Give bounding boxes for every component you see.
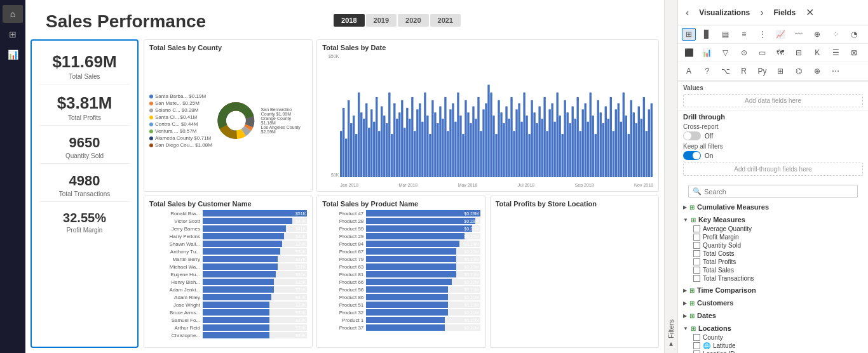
viz-icon-custom5[interactable]: ⊕	[810, 65, 824, 77]
svg-rect-96	[554, 122, 556, 177]
field-total-costs[interactable]: Total Costs	[683, 250, 863, 258]
product-bar-name-2: Product 59	[322, 226, 363, 232]
field-quantity-sold[interactable]: Quantity Sold	[683, 241, 863, 250]
viz-icon-decomp[interactable]: ⌥	[719, 65, 733, 77]
viz-icon-slicer[interactable]: ☰	[829, 46, 843, 59]
field-total-sales[interactable]: Total Sales	[683, 266, 863, 274]
tab-fields[interactable]: Fields	[771, 7, 798, 18]
field-profit-margin-label: Profit Margin	[703, 234, 739, 241]
year-btn-2021[interactable]: 2021	[430, 14, 461, 27]
viz-icon-custom3[interactable]: ⊞	[773, 65, 787, 77]
viz-icon-funnel[interactable]: ▽	[719, 46, 733, 59]
viz-icon-treemap[interactable]: ⬛	[682, 46, 696, 59]
viz-icon-pie[interactable]: ◔	[847, 28, 861, 41]
viz-icon-area[interactable]: 〰	[792, 28, 806, 41]
svg-rect-47	[430, 134, 431, 177]
product-bar-bg-7: $0.23M	[366, 263, 480, 270]
kpi-margin-label: Profit Margin	[39, 227, 130, 234]
product-bar-bg-10: $0.21M	[366, 286, 480, 293]
viz-icon-stacked-hbar[interactable]: ⋮	[756, 28, 770, 41]
field-latitude[interactable]: 🌐 Latitude	[683, 342, 863, 350]
viz-icon-ribbon[interactable]: ⊕	[810, 28, 824, 41]
panel-collapse-right[interactable]: ✕	[803, 4, 817, 21]
svg-rect-18	[355, 134, 357, 177]
panel-collapse-left[interactable]: ‹	[683, 4, 691, 21]
viz-icon-hbar[interactable]: ≡	[737, 28, 751, 41]
keep-filters-toggle-row: On	[683, 151, 863, 160]
viz-icon-waterfall[interactable]: 📊	[700, 46, 714, 59]
viz-icon-custom1[interactable]: R	[737, 65, 751, 77]
field-latitude-checkbox[interactable]	[693, 342, 700, 349]
field-total-profits-checkbox[interactable]	[693, 258, 700, 265]
field-location-id[interactable]: Location ID	[683, 350, 863, 353]
values-section: Values Add data fields here	[678, 81, 868, 110]
svg-rect-13	[342, 108, 344, 177]
svg-rect-68	[483, 109, 485, 177]
svg-rect-55	[450, 109, 452, 177]
viz-icon-azure[interactable]: A	[682, 65, 696, 77]
svg-rect-37	[403, 128, 405, 177]
viz-icon-custom2[interactable]: Py	[756, 65, 770, 77]
svg-rect-121	[618, 103, 620, 177]
svg-rect-99	[562, 134, 564, 177]
field-profit-margin[interactable]: Profit Margin	[683, 233, 863, 241]
viz-icon-custom6[interactable]: ⋯	[829, 65, 843, 77]
viz-icon-kpi[interactable]: K	[810, 46, 824, 59]
year-btn-2019[interactable]: 2019	[366, 14, 397, 27]
viz-icon-custom4[interactable]: ⌬	[792, 65, 806, 77]
field-group-customers-header[interactable]: ▶ ⊞ Customers	[683, 298, 863, 308]
svg-rect-101	[567, 112, 569, 177]
field-group-key-measures-header[interactable]: ▼ ⊞ Key Measures	[683, 215, 863, 225]
field-quantity-sold-checkbox[interactable]	[693, 242, 700, 249]
customer-bar-row-9: Henry Bish... $35K	[149, 279, 307, 285]
viz-icon-bar[interactable]: ▊	[700, 28, 714, 41]
field-total-sales-checkbox[interactable]	[693, 267, 700, 274]
field-profit-margin-checkbox[interactable]	[693, 234, 700, 241]
field-county-checkbox[interactable]	[693, 334, 700, 341]
viz-icon-table[interactable]: ⊞	[682, 28, 696, 41]
field-group-locations-header[interactable]: ▼ ⊞ Locations	[683, 323, 863, 333]
drill-drop-area[interactable]: Add drill-through fields here	[683, 163, 863, 176]
field-total-costs-checkbox[interactable]	[693, 250, 700, 257]
year-btn-2018[interactable]: 2018	[334, 14, 364, 27]
panel-arrow[interactable]: ›	[757, 4, 766, 21]
field-location-id-checkbox[interactable]	[693, 350, 700, 353]
sidebar-icon-table[interactable]: ⊞	[3, 25, 23, 43]
viz-icon-map[interactable]: 🗺	[773, 46, 787, 59]
svg-rect-44	[422, 122, 424, 177]
field-avg-quantity[interactable]: Average Quantity	[683, 225, 863, 233]
viz-icon-gauge[interactable]: ⊙	[737, 46, 751, 59]
tab-visualizations[interactable]: Visualizations	[696, 7, 752, 18]
viz-icon-stacked-bar[interactable]: ▤	[719, 28, 733, 41]
customer-bar-value-7: $37K	[295, 265, 306, 269]
kpi-total-sales-label: Total Sales	[39, 73, 130, 80]
search-input[interactable]	[704, 188, 853, 196]
field-total-transactions[interactable]: Total Transactions	[683, 274, 863, 283]
viz-icon-scatter[interactable]: ⁘	[829, 28, 843, 41]
svg-rect-53	[445, 97, 447, 177]
svg-rect-132	[646, 131, 648, 177]
viz-icon-line[interactable]: 📈	[773, 28, 787, 41]
keep-filters-toggle[interactable]	[683, 151, 701, 160]
viz-icon-matrix[interactable]: ⊠	[847, 46, 861, 59]
viz-icon-card[interactable]: ▭	[756, 46, 770, 59]
product-bar-row-15: Product 37 $0.20M	[322, 324, 480, 331]
filters-tab[interactable]: ▼ Filters	[664, 0, 677, 353]
values-drop-area[interactable]: Add data fields here	[683, 94, 863, 107]
viz-icon-qna[interactable]: ?	[700, 65, 714, 77]
customer-bar-row-4: Shawn Wall... $39K	[149, 241, 307, 247]
date-chart: Total Sales by Date $50K $0K Jan 2018 Ma…	[316, 39, 659, 192]
field-avg-quantity-checkbox[interactable]	[693, 225, 700, 232]
cross-report-toggle[interactable]	[683, 131, 701, 140]
field-group-cumulative-header[interactable]: ▶ ⊞ Cumulative Measures	[683, 202, 863, 212]
viz-icon-filled-map[interactable]: ⊟	[792, 46, 806, 59]
svg-rect-88	[534, 112, 536, 177]
sidebar-icon-chart[interactable]: 📊	[3, 46, 23, 63]
field-total-transactions-checkbox[interactable]	[693, 275, 700, 282]
year-btn-2020[interactable]: 2020	[398, 14, 428, 27]
field-group-time-header[interactable]: ▶ ⊞ Time Comparison	[683, 285, 863, 295]
field-total-profits[interactable]: Total Profits	[683, 258, 863, 266]
sidebar-icon-home[interactable]: ⌂	[3, 5, 23, 23]
field-group-dates-header[interactable]: ▶ ⊞ Dates	[683, 310, 863, 321]
field-county[interactable]: County	[683, 333, 863, 342]
